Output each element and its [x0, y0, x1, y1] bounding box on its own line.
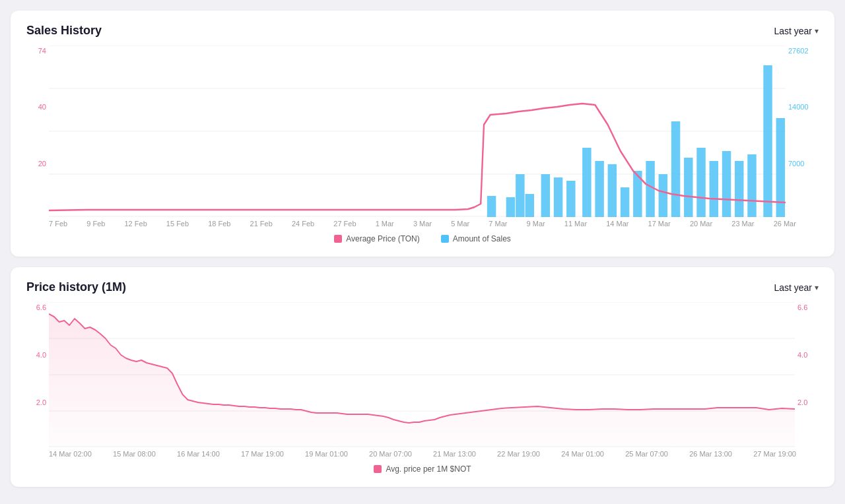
px-label-3: 16 Mar 14:00: [177, 450, 220, 458]
svg-rect-15: [621, 187, 629, 217]
svg-rect-18: [659, 174, 667, 217]
py-left-top: 6.6: [36, 303, 46, 311]
price-history-header: Price history (1M) Last year ▾: [26, 280, 819, 294]
x-label-19: 26 Mar: [774, 220, 796, 228]
svg-rect-13: [595, 161, 603, 217]
x-label-15: 14 Mar: [606, 220, 628, 228]
sales-history-title: Sales History: [26, 24, 102, 38]
x-label-7: 24 Feb: [292, 220, 314, 228]
price-history-legend: Avg. price per 1M $NOT: [26, 464, 819, 474]
x-label-12: 7 Mar: [489, 220, 507, 228]
svg-rect-19: [671, 121, 680, 217]
y-right-low: 7000: [788, 160, 804, 168]
x-label-17: 20 Mar: [690, 220, 712, 228]
x-label-14: 11 Mar: [564, 220, 587, 228]
price-chart-svg: [49, 302, 795, 447]
x-label-2: 9 Feb: [86, 220, 105, 228]
svg-rect-10: [554, 177, 562, 217]
legend-avg-price-1m: Avg. price per 1M $NOT: [374, 464, 471, 474]
px-label-9: 24 Mar 01:00: [561, 450, 604, 458]
chevron-down-icon-2: ▾: [815, 283, 819, 292]
x-label-4: 15 Feb: [166, 220, 189, 228]
chevron-down-icon: ▾: [815, 26, 819, 36]
py-left-mid: 4.0: [36, 351, 46, 359]
price-history-card: Price history (1M) Last year ▾ 6.6 4.0 2…: [11, 267, 834, 487]
legend-avg-price-label: Average Price (TON): [346, 234, 420, 243]
svg-rect-7: [516, 174, 524, 217]
y-left-mid2: 20: [38, 160, 46, 168]
px-label-6: 20 Mar 07:00: [369, 450, 412, 458]
x-label-3: 12 Feb: [125, 220, 147, 228]
svg-rect-20: [684, 158, 693, 217]
px-label-11: 26 Mar 13:00: [689, 450, 732, 458]
px-label-2: 15 Mar 08:00: [113, 450, 156, 458]
legend-amount-sales-label: Amount of Sales: [453, 234, 511, 243]
x-label-18: 23 Mar: [731, 220, 754, 228]
legend-pink-dot: [334, 235, 342, 243]
svg-rect-11: [566, 181, 575, 217]
px-label-5: 19 Mar 01:00: [305, 450, 348, 458]
legend-blue-dot: [441, 235, 449, 243]
px-label-1: 14 Mar 02:00: [49, 450, 92, 458]
px-label-4: 17 Mar 19:00: [241, 450, 284, 458]
x-label-8: 27 Feb: [333, 220, 356, 228]
svg-rect-8: [525, 194, 534, 217]
price-history-title: Price history (1M): [26, 280, 126, 294]
x-label-11: 5 Mar: [451, 220, 469, 228]
x-label-1: 7 Feb: [49, 220, 67, 228]
svg-rect-17: [646, 161, 654, 217]
svg-rect-5: [487, 196, 496, 217]
px-label-10: 25 Mar 07:00: [625, 450, 668, 458]
svg-rect-26: [763, 65, 772, 217]
x-label-6: 21 Feb: [250, 220, 273, 228]
svg-rect-22: [710, 161, 718, 217]
price-history-period-selector[interactable]: Last year ▾: [774, 282, 819, 293]
sales-chart-svg: [49, 46, 786, 217]
svg-rect-23: [722, 151, 731, 217]
py-left-low: 2.0: [36, 398, 46, 406]
px-label-8: 22 Mar 19:00: [497, 450, 540, 458]
price-history-chart: 6.6 4.0 2.0: [26, 302, 819, 474]
sales-history-card: Sales History Last year ▾ 74 40 20: [11, 11, 834, 257]
y-right-mid: 14000: [788, 103, 809, 111]
y-left-mid1: 40: [38, 103, 46, 111]
svg-rect-6: [506, 197, 515, 217]
svg-rect-12: [582, 148, 591, 217]
svg-rect-21: [696, 148, 705, 217]
x-label-10: 3 Mar: [413, 220, 432, 228]
x-label-13: 9 Mar: [527, 220, 545, 228]
px-label-7: 21 Mar 13:00: [433, 450, 476, 458]
svg-rect-14: [608, 164, 617, 217]
py-right-top: 6.6: [797, 303, 807, 311]
svg-rect-24: [735, 161, 743, 217]
legend-avg-price: Average Price (TON): [334, 234, 420, 243]
price-history-period-label: Last year: [774, 282, 812, 293]
y-right-top: 27602: [788, 47, 809, 55]
sales-history-legend: Average Price (TON) Amount of Sales: [26, 234, 819, 243]
sales-history-header: Sales History Last year ▾: [26, 24, 819, 38]
sales-history-period-selector[interactable]: Last year ▾: [774, 26, 819, 36]
py-right-low: 2.0: [797, 398, 807, 406]
py-right-mid: 4.0: [797, 351, 807, 359]
px-label-12: 27 Mar 19:00: [753, 450, 796, 458]
sales-history-chart: 74 40 20: [26, 46, 819, 243]
x-label-16: 17 Mar: [648, 220, 671, 228]
x-label-9: 1 Mar: [376, 220, 394, 228]
legend-pink-dot-2: [374, 465, 382, 473]
y-left-top: 74: [38, 47, 46, 55]
svg-rect-9: [541, 174, 550, 217]
legend-avg-price-1m-label: Avg. price per 1M $NOT: [386, 464, 471, 474]
x-label-5: 18 Feb: [208, 220, 230, 228]
legend-amount-sales: Amount of Sales: [441, 234, 511, 243]
sales-history-period-label: Last year: [774, 26, 812, 36]
svg-rect-25: [747, 154, 756, 217]
